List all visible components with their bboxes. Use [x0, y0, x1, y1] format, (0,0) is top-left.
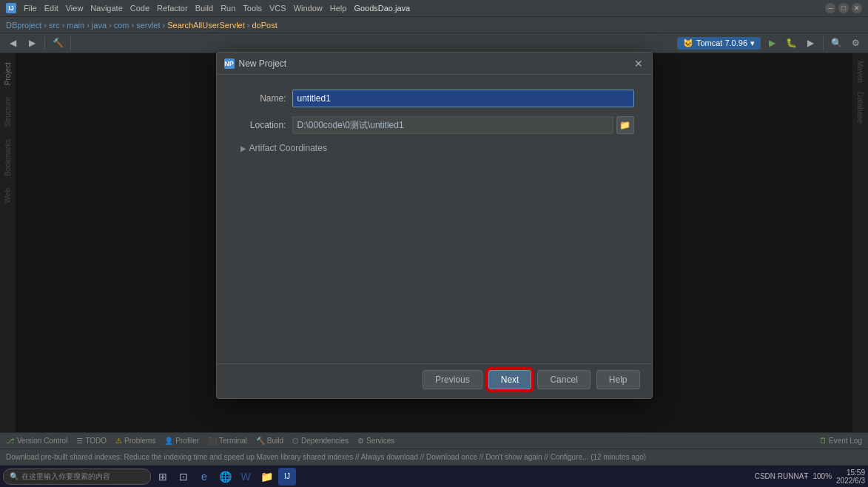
- run-config-selector[interactable]: 🐱 Tomcat 7.0.96 ▾: [677, 37, 761, 50]
- task-view-button[interactable]: ⊡: [175, 468, 192, 486]
- forward-button[interactable]: ▶: [24, 35, 40, 51]
- maximize-button[interactable]: □: [838, 3, 849, 13]
- artifact-expand-icon[interactable]: ▶: [240, 144, 246, 152]
- name-label: Name:: [235, 93, 286, 104]
- menu-bar[interactable]: File Edit View Navigate Code Refactor Bu…: [24, 4, 346, 13]
- menu-edit[interactable]: Edit: [44, 4, 58, 13]
- todo-icon: ☰: [76, 437, 83, 445]
- status-problems[interactable]: ⚠ Problems: [115, 437, 155, 445]
- terminal-icon: ⬛: [208, 437, 217, 445]
- menu-help[interactable]: Help: [330, 4, 347, 13]
- toolbar-sep-3: [823, 36, 824, 50]
- coverage-button[interactable]: ▶: [802, 35, 818, 51]
- breadcrumb: DBproject › src › main › java › com › se…: [0, 16, 868, 33]
- menu-run[interactable]: Run: [221, 4, 235, 13]
- run-config-label: Tomcat 7.0.96: [696, 38, 747, 47]
- event-log[interactable]: 🗒 Event Log: [819, 437, 862, 445]
- menu-tools[interactable]: Tools: [243, 4, 262, 13]
- status-build[interactable]: 🔨 Build: [256, 437, 283, 445]
- status-services[interactable]: ⚙ Services: [357, 437, 394, 445]
- back-button[interactable]: ◀: [4, 35, 21, 51]
- taskbar: 🔍 在这里输入你要搜索的内容 ⊞ ⊡ e 🌐 W 📁 IJ CSDN RUNNA…: [0, 465, 868, 487]
- breadcrumb-item-servlet-class[interactable]: SearchAllUserServlet: [167, 21, 245, 30]
- notification-bar: Download pre-built shared indexes: Reduc…: [0, 449, 868, 465]
- menu-window[interactable]: Window: [294, 4, 323, 13]
- chrome-button[interactable]: 🌐: [216, 468, 234, 486]
- toolbar-separator: [44, 36, 45, 50]
- breadcrumb-item-com[interactable]: com: [114, 21, 129, 30]
- breadcrumb-item-src[interactable]: src: [49, 21, 60, 30]
- word-button[interactable]: W: [237, 468, 255, 486]
- explorer-button[interactable]: 📁: [258, 468, 275, 486]
- dialog-body: Name: Location: 📁 ▶ Artifact Coordinates: [217, 75, 652, 363]
- search-button[interactable]: 🔍: [828, 35, 844, 51]
- next-button[interactable]: Next: [488, 370, 532, 389]
- tomcat-icon: 🐱: [683, 38, 693, 48]
- network-label: CSDN RUNNAŦ: [755, 472, 809, 480]
- settings-button[interactable]: ⚙: [847, 35, 864, 51]
- intellij-button[interactable]: IJ: [278, 468, 296, 486]
- menu-file[interactable]: File: [24, 4, 37, 13]
- event-log-icon: 🗒: [819, 437, 827, 445]
- profiler-icon: 👤: [164, 437, 173, 445]
- taskbar-icons: ⊞ ⊡ e 🌐 W 📁 IJ: [154, 468, 296, 486]
- breadcrumb-item-main[interactable]: main: [67, 21, 84, 30]
- deps-icon: ⬡: [292, 437, 299, 445]
- start-button[interactable]: ⊞: [154, 468, 172, 486]
- menu-navigate[interactable]: Navigate: [90, 4, 122, 13]
- dialog-spacer: [235, 159, 634, 352]
- problems-label: Problems: [124, 437, 155, 445]
- dialog-icon: NP: [224, 58, 235, 69]
- breadcrumb-item-method[interactable]: doPost: [252, 21, 277, 30]
- location-field-group: 📁: [292, 116, 634, 134]
- event-log-label: Event Log: [829, 437, 862, 445]
- date-display: 2022/6/3: [836, 477, 865, 485]
- menu-refactor[interactable]: Refactor: [157, 4, 188, 13]
- dialog-close-button[interactable]: ✕: [633, 58, 645, 69]
- new-project-dialog: NP New Project ✕ Name: Location: 📁 ▶: [216, 52, 653, 399]
- datetime: 15:59 2022/6/3: [836, 468, 865, 485]
- taskbar-right: CSDN RUNNAŦ 100% 15:59 2022/6/3: [755, 468, 865, 485]
- status-profiler[interactable]: 👤 Profiler: [164, 437, 199, 445]
- notification-text: Download pre-built shared indexes: Reduc…: [6, 453, 646, 461]
- edge-button[interactable]: e: [195, 468, 213, 486]
- menu-code[interactable]: Code: [130, 4, 149, 13]
- run-button[interactable]: ▶: [764, 35, 780, 51]
- menu-view[interactable]: View: [66, 4, 84, 13]
- status-todo[interactable]: ☰ TODO: [76, 437, 107, 445]
- artifact-label: Artifact Coordinates: [249, 143, 327, 153]
- toolbar-right: 🐱 Tomcat 7.0.96 ▾ ▶ 🐛 ▶ 🔍 ⚙: [677, 35, 864, 51]
- status-bar: ⎇ Version Control ☰ TODO ⚠ Problems 👤 Pr…: [0, 432, 868, 449]
- toolbar-separator-2: [70, 36, 71, 50]
- artifact-row: ▶ Artifact Coordinates: [235, 143, 634, 153]
- build-button[interactable]: 🔨: [50, 35, 66, 51]
- app-icon: IJ: [6, 3, 16, 13]
- status-deps[interactable]: ⬡ Dependencies: [292, 437, 349, 445]
- breadcrumb-item-java[interactable]: java: [92, 21, 107, 30]
- name-input[interactable]: [292, 90, 634, 107]
- status-terminal[interactable]: ⬛ Terminal: [208, 437, 247, 445]
- help-button[interactable]: Help: [596, 370, 640, 389]
- debug-button[interactable]: 🐛: [783, 35, 799, 51]
- build-icon: 🔨: [256, 437, 265, 445]
- breadcrumb-item-project[interactable]: DBproject: [6, 21, 41, 30]
- dialog-footer: Previous Next Cancel Help: [217, 363, 652, 398]
- menu-build[interactable]: Build: [195, 4, 213, 13]
- minimize-button[interactable]: ─: [825, 3, 835, 13]
- dialog-title-bar: NP New Project ✕: [217, 53, 652, 75]
- location-input[interactable]: [292, 116, 613, 134]
- dialog-title: New Project: [239, 58, 287, 69]
- taskbar-search[interactable]: 🔍 在这里输入你要搜索的内容: [3, 468, 151, 485]
- menu-vcs[interactable]: VCS: [269, 4, 286, 13]
- status-vcs[interactable]: ⎇ Version Control: [6, 437, 67, 445]
- taskbar-search-placeholder: 在这里输入你要搜索的内容: [21, 471, 110, 482]
- previous-button[interactable]: Previous: [423, 370, 482, 389]
- window-controls: ─ □ ✕: [825, 3, 862, 13]
- browse-button[interactable]: 📁: [616, 116, 634, 134]
- breadcrumb-item-servlet[interactable]: servlet: [136, 21, 160, 30]
- name-row: Name:: [235, 90, 634, 107]
- open-filename: GoodsDao.java: [354, 4, 410, 13]
- title-bar: IJ File Edit View Navigate Code Refactor…: [0, 0, 868, 16]
- cancel-button[interactable]: Cancel: [537, 370, 590, 389]
- close-button[interactable]: ✕: [852, 3, 862, 13]
